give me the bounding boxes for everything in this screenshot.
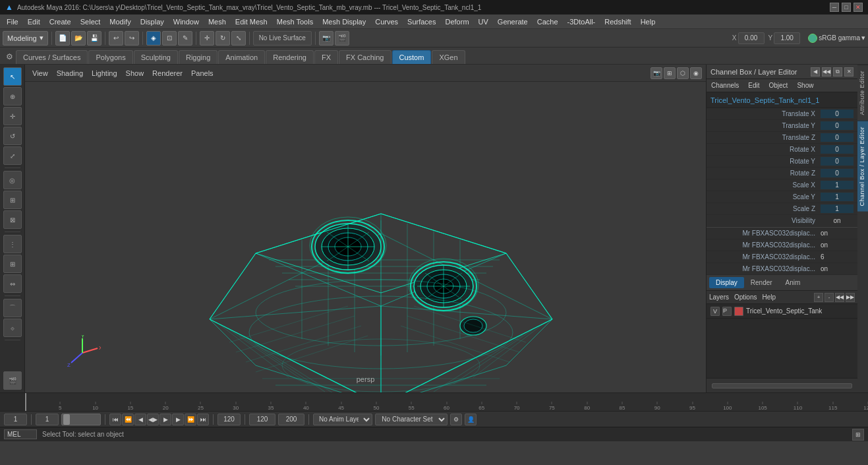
close-button[interactable]: ✕ <box>854 3 863 12</box>
menu-deform[interactable]: Deform <box>441 16 473 27</box>
select-mode-btn[interactable]: ↖ <box>3 67 22 86</box>
snap-btn[interactable]: ⊞ <box>3 191 22 209</box>
vp-menu-lighting[interactable]: Lighting <box>88 68 121 78</box>
open-scene-btn[interactable]: 📂 <box>71 31 86 46</box>
menu-uv[interactable]: UV <box>475 16 492 27</box>
menu-file[interactable]: File <box>3 16 22 27</box>
transform-btn[interactable]: ✛ <box>3 107 22 125</box>
move-tool-btn[interactable]: ✛ <box>200 31 214 46</box>
menu-curves[interactable]: Curves <box>371 16 402 27</box>
save-scene-btn[interactable]: 💾 <box>87 31 101 46</box>
anim-extra-btn2[interactable]: 👤 <box>465 414 477 425</box>
frame-range-bar[interactable] <box>61 414 101 425</box>
vp-grid-btn[interactable]: ⊞ <box>664 67 676 79</box>
anim-extra-btn1[interactable]: ⚙ <box>450 414 462 425</box>
tab-rendering[interactable]: Rendering <box>266 50 314 64</box>
menu-display[interactable]: Display <box>136 16 168 27</box>
tab-polygons[interactable]: Polygons <box>88 50 132 64</box>
workspace-dropdown[interactable]: Modeling ▾ <box>3 31 48 46</box>
grid-btn[interactable]: ⋮ <box>3 235 22 253</box>
gamma-dropdown-icon[interactable]: ▾ <box>861 34 865 42</box>
channel-box-side-tab[interactable]: Channel Box / Layer Editor <box>857 121 868 212</box>
vp-menu-show[interactable]: Show <box>123 68 148 78</box>
layer-nav1-btn[interactable]: ◀◀ <box>835 293 844 302</box>
cb-menu-channels[interactable]: Channels <box>709 81 741 90</box>
tab-rigging[interactable]: Rigging <box>179 50 217 64</box>
vp-menu-shading[interactable]: Shading <box>53 68 86 78</box>
current-frame-input[interactable] <box>36 414 59 425</box>
paint-select-btn[interactable]: ⊕ <box>3 87 22 106</box>
menu-generate[interactable]: Generate <box>494 16 532 27</box>
prev-key-btn[interactable]: ◀ <box>134 414 146 425</box>
deform-btn[interactable]: ⟐ <box>3 319 22 337</box>
menu-3dtall[interactable]: -3DtoAll- <box>564 16 600 27</box>
play-fwd-btn[interactable]: ▶ <box>159 414 171 425</box>
next-frame-btn[interactable]: ⏩ <box>185 414 196 425</box>
status-right-btn[interactable]: ⊞ <box>852 429 864 441</box>
tab-fx-caching[interactable]: FX Caching <box>339 50 391 64</box>
vp-camera-btn[interactable]: 📷 <box>651 67 662 79</box>
rotate-btn[interactable]: ↺ <box>3 127 22 145</box>
attr-row-3[interactable]: Mr FBXASC032displac... 6 <box>707 251 857 263</box>
range-end-input[interactable] <box>278 414 304 425</box>
layer-add-btn[interactable]: + <box>814 293 823 302</box>
history-btn[interactable]: ⊠ <box>3 210 22 229</box>
viewport-3d[interactable] <box>25 82 706 392</box>
tab-fx[interactable]: FX <box>314 50 338 64</box>
menu-select[interactable]: Select <box>76 16 105 27</box>
tab-xgen[interactable]: XGen <box>432 50 465 64</box>
menu-edit[interactable]: Edit <box>24 16 44 27</box>
dra-tab-display[interactable]: Display <box>709 277 744 288</box>
menu-edit-mesh[interactable]: Edit Mesh <box>231 16 272 27</box>
dra-tab-anim[interactable]: Anim <box>779 277 807 288</box>
snap-grid-btn[interactable]: ⊞ <box>3 255 22 273</box>
channel-scale-y[interactable]: Scale Y 1 <box>707 191 857 203</box>
layer-item-1[interactable]: V P Tricel_Vento_Septic_Tank <box>707 304 857 319</box>
menu-cache[interactable]: Cache <box>533 16 562 27</box>
attr-row-2[interactable]: Mr FBXASC032displac... on <box>707 239 857 251</box>
menu-mesh-display[interactable]: Mesh Display <box>318 16 370 27</box>
menu-redshift[interactable]: Redshift <box>600 16 635 27</box>
attr-row-4[interactable]: Mr FBXASC032displac... on <box>707 263 857 275</box>
tab-sculpting[interactable]: Sculpting <box>134 50 178 64</box>
cb-detach-btn[interactable]: ⧉ <box>833 67 842 77</box>
translate-x-input[interactable] <box>738 32 765 44</box>
next-key-btn[interactable]: ▶ <box>172 414 184 425</box>
start-frame-input[interactable] <box>4 414 27 425</box>
channel-rotate-x[interactable]: Rotate X 0 <box>707 144 857 156</box>
char-set-select[interactable]: No Character Set <box>375 414 448 425</box>
cb-menu-object[interactable]: Object <box>767 81 790 90</box>
layer-scrollbar[interactable] <box>712 383 852 388</box>
goto-start-btn[interactable]: ⏮ <box>109 414 121 425</box>
soft-select-btn[interactable]: ◎ <box>3 171 22 189</box>
rotate-tool-btn[interactable]: ↻ <box>216 31 230 46</box>
menu-modify[interactable]: Modify <box>105 16 134 27</box>
cb-menu-edit[interactable]: Edit <box>746 81 761 90</box>
maximize-button[interactable]: □ <box>842 3 851 12</box>
vp-menu-panels[interactable]: Panels <box>188 68 217 78</box>
menu-window[interactable]: Window <box>169 16 203 27</box>
tab-curves-surfaces[interactable]: Curves / Surfaces <box>16 50 88 64</box>
channel-rotate-z[interactable]: Rotate Z 0 <box>707 168 857 179</box>
channel-visibility[interactable]: Visibility on <box>707 215 857 227</box>
channel-rotate-y[interactable]: Rotate Y 0 <box>707 156 857 168</box>
vp-wireframe-btn[interactable]: ⬡ <box>677 67 689 79</box>
minimize-button[interactable]: ─ <box>830 3 839 12</box>
play-back-btn[interactable]: ◀▶ <box>147 414 159 425</box>
paint-btn[interactable]: ✎ <box>178 31 192 46</box>
cb-expand-btn[interactable]: ◀◀ <box>822 67 831 77</box>
channel-translate-y[interactable]: Translate Y 0 <box>707 120 857 132</box>
dra-tab-render[interactable]: Render <box>744 277 779 288</box>
prev-frame-btn[interactable]: ⏪ <box>122 414 134 425</box>
render-preview-btn[interactable]: 🎬 <box>3 371 22 390</box>
layer-nav2-btn[interactable]: ▶▶ <box>846 293 855 302</box>
tab-settings-btn[interactable]: ⚙ <box>3 49 16 64</box>
menu-surfaces[interactable]: Surfaces <box>403 16 440 27</box>
attr-editor-side-tab[interactable]: Attribute Editor <box>857 65 868 121</box>
tab-animation[interactable]: Animation <box>218 50 265 64</box>
new-scene-btn[interactable]: 📄 <box>55 31 70 46</box>
menu-mesh[interactable]: Mesh <box>204 16 230 27</box>
menu-help[interactable]: Help <box>637 16 660 27</box>
dra-menu-layers[interactable]: Layers <box>709 294 729 301</box>
dra-menu-options[interactable]: Options <box>734 294 757 301</box>
